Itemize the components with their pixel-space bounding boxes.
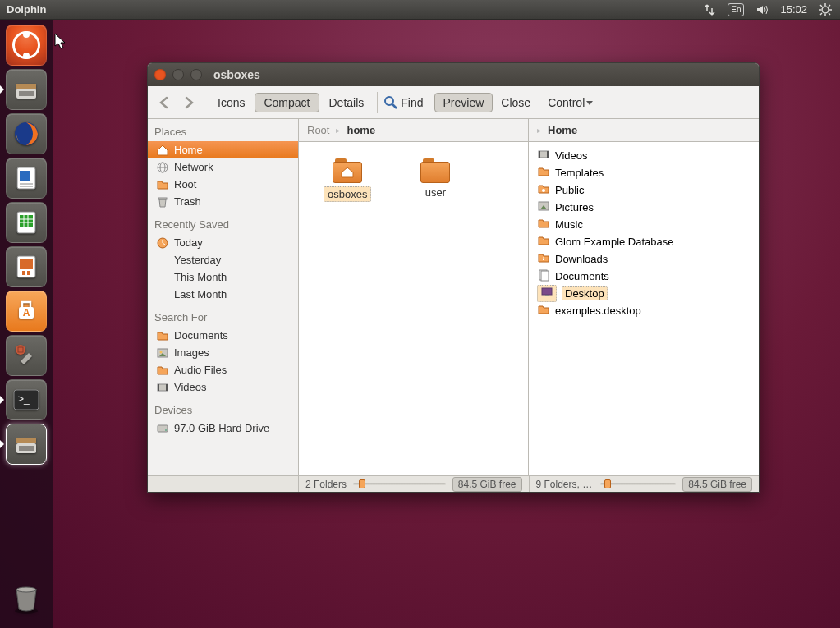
panel-right: ▸ Home VideosTemplatesPublicPicturesMusi…: [529, 119, 759, 475]
list-item-templates[interactable]: Templates: [529, 164, 759, 181]
today-icon: [156, 236, 169, 250]
back-button[interactable]: [154, 91, 174, 114]
panel-left-body[interactable]: osboxesuser: [299, 142, 528, 475]
places-item-root[interactable]: Root: [148, 176, 298, 193]
folder-icon: [537, 165, 550, 181]
svg-rect-18: [20, 215, 33, 227]
recent-item-yesterday[interactable]: Yesterday: [148, 251, 298, 268]
search-heading: Search For: [148, 308, 298, 327]
pictures-icon: [537, 199, 550, 215]
list-item-glom-example-database[interactable]: Glom Example Database: [529, 233, 759, 250]
videos-icon: [156, 381, 169, 394]
svg-point-37: [16, 587, 36, 592]
sidebar-item-label: This Month: [174, 271, 227, 283]
dolphin-window: osboxes Icons Compact Details Find Previ…: [147, 62, 760, 493]
devices-item-97.0-gib-hard-drive[interactable]: 97.0 GiB Hard Drive: [148, 419, 298, 437]
svg-rect-11: [19, 91, 34, 96]
network-icon: [156, 161, 169, 174]
svg-line-39: [392, 104, 397, 108]
launcher-trash-icon[interactable]: [6, 577, 47, 618]
svg-rect-26: [27, 271, 30, 275]
places-item-trash[interactable]: Trash: [148, 193, 298, 210]
recent-item-last-month[interactable]: Last Month: [148, 286, 298, 303]
list-item-examples-desktop[interactable]: examples.desktop: [529, 302, 759, 319]
launcher-software-icon[interactable]: A: [6, 291, 47, 332]
panel-left: Root ▸ home osboxesuser: [299, 119, 529, 475]
launcher-dolphin-icon[interactable]: [6, 424, 47, 465]
list-item-documents[interactable]: Documents: [529, 268, 759, 285]
view-compact-button[interactable]: Compact: [255, 93, 319, 112]
view-icons-button[interactable]: Icons: [209, 94, 253, 112]
titlebar[interactable]: osboxes: [148, 63, 759, 86]
breadcrumb-left[interactable]: Root ▸ home: [299, 119, 528, 142]
list-item-pictures[interactable]: Pictures: [529, 199, 759, 216]
search-item-documents[interactable]: Documents: [148, 327, 298, 344]
none-icon: [156, 254, 169, 267]
list-item-label: Music: [555, 218, 583, 231]
window-minimize-icon[interactable]: [172, 69, 184, 80]
sidebar-item-label: 97.0 GiB Hard Drive: [174, 422, 269, 434]
launcher-calc-icon[interactable]: [6, 202, 47, 243]
zoom-slider-left[interactable]: [353, 483, 446, 485]
close-panel-button[interactable]: Close: [498, 94, 534, 111]
status-right-seg: 9 Folders, 1 File (8.8 KiB) 84.5 GiB fre…: [530, 476, 760, 492]
folder-user[interactable]: user: [420, 158, 450, 202]
window-close-icon[interactable]: [154, 69, 166, 80]
sound-indicator-icon[interactable]: [755, 3, 769, 16]
list-item-music[interactable]: Music: [529, 216, 759, 233]
zoom-slider-right[interactable]: [600, 483, 677, 485]
launcher-impress-icon[interactable]: [6, 246, 47, 287]
places-sidebar: Places HomeNetworkRootTrash Recently Sav…: [148, 119, 299, 475]
launcher-settings-icon[interactable]: [6, 335, 47, 376]
launcher: A >_: [0, 20, 53, 628]
svg-point-46: [160, 351, 163, 353]
view-details-button[interactable]: Details: [321, 94, 373, 112]
list-item-downloads[interactable]: Downloads: [529, 250, 759, 268]
svg-line-6: [829, 13, 830, 15]
desktop-icon: [537, 285, 557, 302]
folder-osboxes[interactable]: osboxes: [324, 158, 371, 202]
list-item-videos[interactable]: Videos: [529, 147, 759, 164]
window-maximize-icon[interactable]: [190, 69, 202, 80]
launcher-dash-icon[interactable]: [6, 25, 47, 66]
breadcrumb-right[interactable]: ▸ Home: [529, 119, 759, 142]
folder-icon: [537, 303, 550, 319]
recent-item-today[interactable]: Today: [148, 234, 298, 251]
launcher-terminal-icon[interactable]: >_: [6, 379, 47, 420]
status-left-seg: 2 Folders 84.5 GiB free: [299, 476, 530, 492]
network-indicator-icon[interactable]: [703, 3, 716, 16]
list-item-public[interactable]: Public: [529, 181, 759, 199]
control-menu[interactable]: Control: [544, 94, 596, 111]
folder-icon: [156, 329, 169, 342]
sidebar-item-label: Documents: [174, 329, 228, 342]
places-item-network[interactable]: Network: [148, 158, 298, 176]
find-button[interactable]: Find: [383, 94, 423, 111]
sidebar-item-label: Yesterday: [174, 254, 221, 266]
launcher-firefox-icon[interactable]: [6, 113, 47, 154]
recent-item-this-month[interactable]: This Month: [148, 268, 298, 286]
list-item-label: Public: [555, 184, 584, 196]
trash-icon: [156, 195, 169, 209]
preview-button[interactable]: Preview: [434, 93, 493, 112]
svg-line-8: [829, 5, 830, 7]
search-item-images[interactable]: Images: [148, 344, 298, 361]
search-item-videos[interactable]: Videos: [148, 378, 298, 396]
clock[interactable]: 15:02: [780, 3, 807, 16]
svg-rect-43: [158, 198, 167, 199]
search-item-audio-files[interactable]: Audio Files: [148, 361, 298, 378]
keyboard-indicator[interactable]: En: [728, 3, 744, 16]
places-item-home[interactable]: Home: [148, 141, 298, 158]
breadcrumb-separator-icon: ▸: [537, 126, 541, 135]
launcher-writer-icon[interactable]: [6, 158, 47, 199]
hdd-icon: [156, 422, 169, 435]
system-indicator-icon[interactable]: [819, 3, 832, 16]
panel-right-body[interactable]: VideosTemplatesPublicPicturesMusicGlom E…: [529, 142, 759, 475]
folder-icon: [156, 178, 169, 191]
svg-line-7: [820, 13, 822, 15]
list-item-desktop[interactable]: Desktop: [529, 285, 759, 302]
launcher-files-icon[interactable]: [6, 69, 47, 110]
list-item-label: examples.desktop: [555, 305, 641, 317]
forward-button[interactable]: [179, 91, 199, 114]
svg-rect-60: [545, 295, 549, 296]
svg-text:>_: >_: [18, 393, 30, 405]
